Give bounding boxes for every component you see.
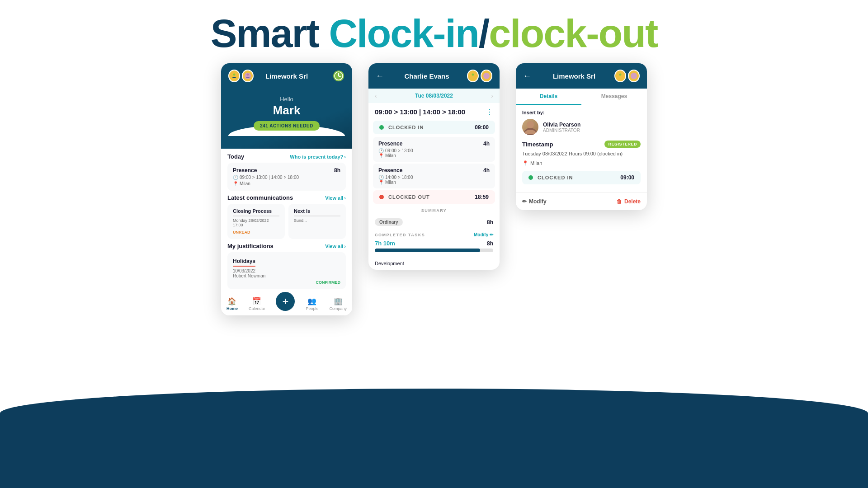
view-all-comms[interactable]: View all ›: [325, 195, 346, 201]
progress-bar: [375, 249, 493, 252]
back-arrow-icon-3[interactable]: ←: [523, 71, 534, 81]
timestamp-header: Timestamp REGISTERED: [522, 141, 641, 148]
phone2-header: ← Charlie Evans: [368, 63, 500, 89]
pencil-icon: ✏: [522, 198, 527, 205]
nav-calendar-label: Calendar: [249, 306, 265, 311]
task-name: Development: [375, 261, 404, 266]
comm1-date: Monday 28/02/2022 17:00: [233, 218, 279, 227]
comm-card-2: Next is Sund...: [288, 204, 346, 239]
nav-home[interactable]: 🏠 Home: [226, 297, 238, 311]
ordinary-row: Ordinary 8h: [368, 216, 500, 229]
back-arrow-icon[interactable]: ←: [376, 71, 387, 81]
justif-date: 10/03/2022: [233, 268, 340, 273]
clocked-in-status: CLOCKED IN: [388, 125, 475, 130]
timestamp-title: Timestamp: [522, 141, 553, 148]
phones-inner: Limework Srl Hello Mark 241 ACTIONS NEED…: [221, 63, 647, 315]
nav-people[interactable]: 👥 People: [306, 297, 318, 311]
nav-home-label: Home: [226, 306, 238, 311]
phone3-header: ← Limework Srl: [516, 63, 647, 89]
red-dot: [379, 195, 384, 199]
insert-by-label: Insert by:: [522, 110, 641, 115]
company-icon: 🏢: [334, 297, 343, 305]
comm2-title: Next is: [294, 208, 340, 216]
detail-section: Insert by: Olivia Pearson: [516, 105, 647, 192]
phone2-avatar2: [481, 70, 492, 82]
phone3-avatar2: [628, 70, 640, 82]
home-icon: 🏠: [227, 297, 236, 305]
people-icon: 👥: [307, 297, 316, 305]
dots-menu-icon[interactable]: ⋮: [486, 108, 493, 116]
presence2-time: 🕐14:00 > 18:00: [378, 175, 490, 180]
nav-company-label: Company: [329, 306, 347, 311]
progress-value: 7h 10m: [375, 240, 395, 247]
add-button[interactable]: +: [276, 292, 295, 311]
nav-calendar[interactable]: 📅 Calendar: [249, 297, 265, 311]
svg-point-3: [247, 74, 249, 76]
phones-wrapper: Limework Srl Hello Mark 241 ACTIONS NEED…: [0, 54, 868, 488]
completed-tasks-label: COMPLETED TASKS: [375, 233, 425, 237]
justif-title: Holidays: [233, 258, 255, 267]
phone3-avatar1: [614, 70, 626, 82]
view-all-justif[interactable]: View all ›: [325, 244, 346, 249]
presence1-time: 🕐09:00 > 13:00: [378, 148, 490, 153]
detail-clocked-in: CLOCKED IN 09:00: [522, 171, 641, 184]
detail-green-dot: [528, 175, 533, 180]
next-date-icon[interactable]: ›: [491, 92, 493, 99]
phone1-nav: 🏠 Home 📅 Calendar + 👥 People 🏢 Company: [221, 293, 352, 315]
progress-info: 7h 10m 8h: [375, 240, 493, 247]
ordinary-badge: Ordinary: [375, 218, 403, 226]
svg-point-12: [619, 74, 622, 76]
phone3-header-title: Limework Srl: [534, 72, 614, 80]
prev-date-icon[interactable]: ‹: [375, 92, 377, 99]
user-name: Mark: [228, 103, 345, 117]
title-clock-in: Clock-in: [329, 11, 479, 56]
tab-messages[interactable]: Messages: [581, 89, 647, 105]
who-present-link[interactable]: Who is present today? ›: [290, 154, 346, 160]
nav-people-label: People: [306, 306, 318, 311]
location-text: Milan: [530, 160, 542, 166]
title-smart: Smart: [211, 11, 329, 56]
summary-label: SUMMARY: [368, 208, 500, 213]
delete-button[interactable]: 🗑 Delete: [617, 198, 641, 205]
phone-home: Limework Srl Hello Mark 241 ACTIONS NEED…: [221, 63, 352, 315]
ordinary-hours: 8h: [487, 219, 493, 225]
date-bar: ‹ Tue 08/03/2022 ›: [368, 89, 500, 103]
location-row: 📍 Milan: [522, 160, 641, 166]
registered-badge: REGISTERED: [604, 141, 641, 148]
presence-location: 📍Milan: [233, 181, 340, 186]
trash-icon: 🗑: [617, 198, 622, 205]
presence-time: 🕐09:00 > 13:00 | 14:00 > 18:00: [233, 175, 340, 180]
clocked-out-time: 18:59: [475, 194, 489, 200]
clocked-out-entry: CLOCKED OUT 18:59: [373, 190, 495, 204]
svg-point-13: [631, 73, 637, 79]
person-role: ADMINISTRATOR: [543, 128, 580, 133]
page-title: Smart Clock-in/clock-out: [211, 13, 658, 54]
modify-button[interactable]: ✏ Modify: [522, 198, 547, 205]
person-name: Olivia Pearson: [543, 122, 580, 128]
modify-tasks-link[interactable]: Modify ✏: [474, 232, 493, 237]
tab-details[interactable]: Details: [516, 89, 581, 105]
presence-hours: 8h: [334, 167, 340, 174]
justif-person: Robert Newman: [233, 273, 340, 278]
clocked-in-entry: CLOCKED IN 09:00: [373, 121, 495, 134]
presence1-loc: 📍Milan: [378, 153, 490, 158]
presence2-hours: 4h: [483, 167, 490, 174]
green-dot: [379, 125, 384, 130]
phone1-body: Today Who is present today? › Presence 8…: [221, 149, 352, 289]
comm1-status: UNREAD: [233, 230, 279, 235]
my-justif-label: My justifications: [227, 243, 274, 249]
calendar-icon: 📅: [252, 297, 261, 305]
person-avatar: [522, 119, 538, 135]
detail-clocked-in-status: CLOCKED IN: [538, 175, 620, 180]
phone1-header-title: Limework Srl: [254, 72, 320, 80]
actions-badge[interactable]: 241 ACTIONS NEEDED: [254, 121, 320, 131]
latest-comm-label: Latest communications: [227, 194, 293, 201]
progress-max: 8h: [487, 240, 493, 247]
justif-status: CONFIRMED: [233, 280, 340, 285]
presence1-label: Presence: [378, 141, 402, 147]
nav-company[interactable]: 🏢 Company: [329, 297, 347, 311]
phone1-header: Limework Srl: [221, 63, 352, 89]
progress-fill: [375, 249, 480, 252]
comm2-date: Sund...: [294, 218, 340, 223]
comms-section-header: Latest communications View all ›: [227, 194, 346, 201]
